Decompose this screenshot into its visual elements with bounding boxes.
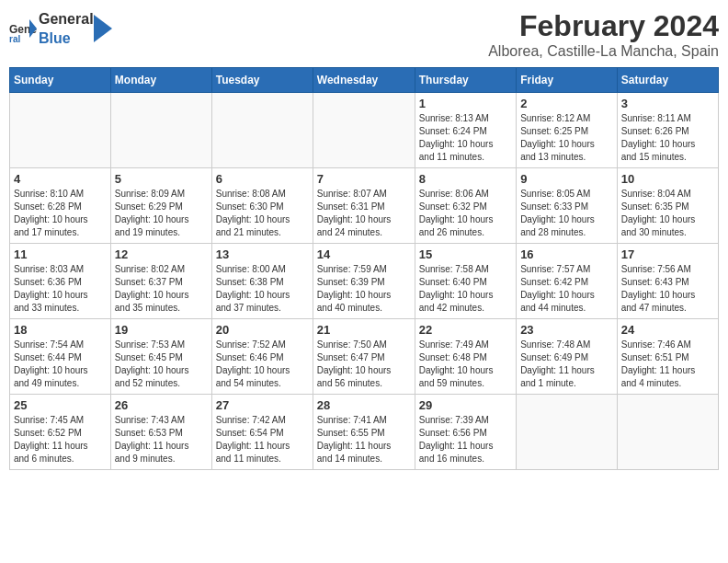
calendar-cell: 7Sunrise: 8:07 AM Sunset: 6:31 PM Daylig… xyxy=(313,168,415,244)
calendar-cell: 9Sunrise: 8:05 AM Sunset: 6:33 PM Daylig… xyxy=(517,168,618,244)
svg-marker-3 xyxy=(94,15,112,42)
day-info: Sunrise: 8:08 AM Sunset: 6:30 PM Dayligh… xyxy=(216,188,309,239)
day-info: Sunrise: 7:52 AM Sunset: 6:46 PM Dayligh… xyxy=(216,339,309,390)
calendar-cell xyxy=(313,93,415,168)
calendar-cell: 6Sunrise: 8:08 AM Sunset: 6:30 PM Daylig… xyxy=(211,168,313,244)
day-of-week-header: Wednesday xyxy=(313,68,415,93)
day-info: Sunrise: 8:00 AM Sunset: 6:38 PM Dayligh… xyxy=(216,263,309,315)
day-info: Sunrise: 8:12 AM Sunset: 6:25 PM Dayligh… xyxy=(520,112,613,164)
calendar-week-row: 25Sunrise: 7:45 AM Sunset: 6:52 PM Dayli… xyxy=(10,395,719,470)
calendar-cell: 23Sunrise: 7:48 AM Sunset: 6:49 PM Dayli… xyxy=(517,319,618,395)
day-info: Sunrise: 7:41 AM Sunset: 6:55 PM Dayligh… xyxy=(317,414,411,465)
day-of-week-header: Thursday xyxy=(415,68,516,93)
day-info: Sunrise: 8:11 AM Sunset: 6:26 PM Dayligh… xyxy=(621,112,714,164)
calendar-cell xyxy=(10,93,111,168)
day-info: Sunrise: 8:09 AM Sunset: 6:29 PM Dayligh… xyxy=(115,188,208,239)
calendar-cell: 19Sunrise: 7:53 AM Sunset: 6:45 PM Dayli… xyxy=(110,319,211,395)
day-info: Sunrise: 7:42 AM Sunset: 6:54 PM Dayligh… xyxy=(216,414,309,465)
calendar-cell: 5Sunrise: 8:09 AM Sunset: 6:29 PM Daylig… xyxy=(110,168,211,244)
day-info: Sunrise: 7:58 AM Sunset: 6:40 PM Dayligh… xyxy=(419,263,512,315)
location-subtitle: Alborea, Castille-La Mancha, Spain xyxy=(488,43,719,60)
logo-general2: ral xyxy=(75,11,94,27)
logo-blue: Blue xyxy=(39,30,71,46)
day-info: Sunrise: 7:48 AM Sunset: 6:49 PM Dayligh… xyxy=(520,339,613,390)
day-number: 15 xyxy=(419,247,512,261)
day-number: 24 xyxy=(621,323,714,337)
calendar-cell: 28Sunrise: 7:41 AM Sunset: 6:55 PM Dayli… xyxy=(313,395,415,470)
days-header-row: SundayMondayTuesdayWednesdayThursdayFrid… xyxy=(10,68,719,93)
calendar-cell: 21Sunrise: 7:50 AM Sunset: 6:47 PM Dayli… xyxy=(313,319,415,395)
day-number: 18 xyxy=(14,323,107,337)
calendar-cell: 4Sunrise: 8:10 AM Sunset: 6:28 PM Daylig… xyxy=(10,168,111,244)
day-number: 29 xyxy=(419,398,512,412)
calendar-cell: 16Sunrise: 7:57 AM Sunset: 6:42 PM Dayli… xyxy=(517,244,618,319)
day-number: 19 xyxy=(115,323,208,337)
day-info: Sunrise: 7:45 AM Sunset: 6:52 PM Dayligh… xyxy=(14,414,107,465)
calendar-cell: 25Sunrise: 7:45 AM Sunset: 6:52 PM Dayli… xyxy=(10,395,111,470)
calendar-table: SundayMondayTuesdayWednesdayThursdayFrid… xyxy=(9,67,719,470)
calendar-body: 1Sunrise: 8:13 AM Sunset: 6:24 PM Daylig… xyxy=(10,93,719,470)
calendar-cell: 27Sunrise: 7:42 AM Sunset: 6:54 PM Dayli… xyxy=(211,395,313,470)
day-info: Sunrise: 8:04 AM Sunset: 6:35 PM Dayligh… xyxy=(621,188,714,239)
day-number: 27 xyxy=(216,398,309,412)
day-number: 2 xyxy=(520,97,613,110)
day-number: 22 xyxy=(419,323,512,337)
calendar-cell: 24Sunrise: 7:46 AM Sunset: 6:51 PM Dayli… xyxy=(617,319,718,395)
svg-text:ral: ral xyxy=(9,34,20,42)
calendar-cell: 18Sunrise: 7:54 AM Sunset: 6:44 PM Dayli… xyxy=(10,319,111,395)
day-number: 12 xyxy=(115,247,208,261)
day-number: 26 xyxy=(115,398,208,412)
day-of-week-header: Monday xyxy=(110,68,211,93)
calendar-cell xyxy=(211,93,313,168)
day-info: Sunrise: 7:46 AM Sunset: 6:51 PM Dayligh… xyxy=(621,339,714,390)
day-number: 14 xyxy=(317,247,411,261)
day-number: 23 xyxy=(520,323,613,337)
day-number: 16 xyxy=(520,247,613,261)
calendar-week-row: 18Sunrise: 7:54 AM Sunset: 6:44 PM Dayli… xyxy=(10,319,719,395)
day-info: Sunrise: 7:59 AM Sunset: 6:39 PM Dayligh… xyxy=(317,263,411,315)
day-number: 8 xyxy=(419,172,512,186)
day-info: Sunrise: 8:10 AM Sunset: 6:28 PM Dayligh… xyxy=(14,188,107,239)
day-of-week-header: Saturday xyxy=(617,68,718,93)
day-number: 13 xyxy=(216,247,309,261)
day-info: Sunrise: 7:57 AM Sunset: 6:42 PM Dayligh… xyxy=(520,263,613,315)
day-info: Sunrise: 7:50 AM Sunset: 6:47 PM Dayligh… xyxy=(317,339,411,390)
day-info: Sunrise: 7:54 AM Sunset: 6:44 PM Dayligh… xyxy=(14,339,107,390)
month-year-title: February 2024 xyxy=(488,9,719,43)
day-info: Sunrise: 7:39 AM Sunset: 6:56 PM Dayligh… xyxy=(419,414,512,465)
calendar-cell xyxy=(617,395,718,470)
calendar-week-row: 4Sunrise: 8:10 AM Sunset: 6:28 PM Daylig… xyxy=(10,168,719,244)
calendar-cell: 14Sunrise: 7:59 AM Sunset: 6:39 PM Dayli… xyxy=(313,244,415,319)
calendar-cell: 1Sunrise: 8:13 AM Sunset: 6:24 PM Daylig… xyxy=(415,93,516,168)
day-of-week-header: Friday xyxy=(517,68,618,93)
logo-general: Gene xyxy=(39,11,75,27)
calendar-cell: 2Sunrise: 8:12 AM Sunset: 6:25 PM Daylig… xyxy=(517,93,618,168)
calendar-cell: 11Sunrise: 8:03 AM Sunset: 6:36 PM Dayli… xyxy=(10,244,111,319)
calendar-cell: 12Sunrise: 8:02 AM Sunset: 6:37 PM Dayli… xyxy=(110,244,211,319)
day-of-week-header: Tuesday xyxy=(211,68,313,93)
calendar-cell: 8Sunrise: 8:06 AM Sunset: 6:32 PM Daylig… xyxy=(415,168,516,244)
logo: Gene ral General Blue xyxy=(9,9,112,48)
title-block: February 2024 Alborea, Castille-La Manch… xyxy=(488,9,719,60)
calendar-cell: 29Sunrise: 7:39 AM Sunset: 6:56 PM Dayli… xyxy=(415,395,516,470)
day-number: 20 xyxy=(216,323,309,337)
calendar-cell: 3Sunrise: 8:11 AM Sunset: 6:26 PM Daylig… xyxy=(617,93,718,168)
calendar-week-row: 11Sunrise: 8:03 AM Sunset: 6:36 PM Dayli… xyxy=(10,244,719,319)
calendar-cell xyxy=(110,93,211,168)
day-info: Sunrise: 7:49 AM Sunset: 6:48 PM Dayligh… xyxy=(419,339,512,390)
day-number: 25 xyxy=(14,398,107,412)
logo-arrow-icon xyxy=(94,15,112,42)
day-info: Sunrise: 8:06 AM Sunset: 6:32 PM Dayligh… xyxy=(419,188,512,239)
day-number: 21 xyxy=(317,323,411,337)
calendar-cell: 13Sunrise: 8:00 AM Sunset: 6:38 PM Dayli… xyxy=(211,244,313,319)
day-number: 10 xyxy=(621,172,714,186)
day-info: Sunrise: 7:56 AM Sunset: 6:43 PM Dayligh… xyxy=(621,263,714,315)
day-number: 7 xyxy=(317,172,411,186)
calendar-cell: 10Sunrise: 8:04 AM Sunset: 6:35 PM Dayli… xyxy=(617,168,718,244)
day-info: Sunrise: 8:02 AM Sunset: 6:37 PM Dayligh… xyxy=(115,263,208,315)
calendar-cell: 17Sunrise: 7:56 AM Sunset: 6:43 PM Dayli… xyxy=(617,244,718,319)
day-number: 1 xyxy=(419,97,512,110)
day-number: 28 xyxy=(317,398,411,412)
page-header: Gene ral General Blue February 2024 Albo… xyxy=(9,9,719,60)
day-number: 11 xyxy=(14,247,107,261)
